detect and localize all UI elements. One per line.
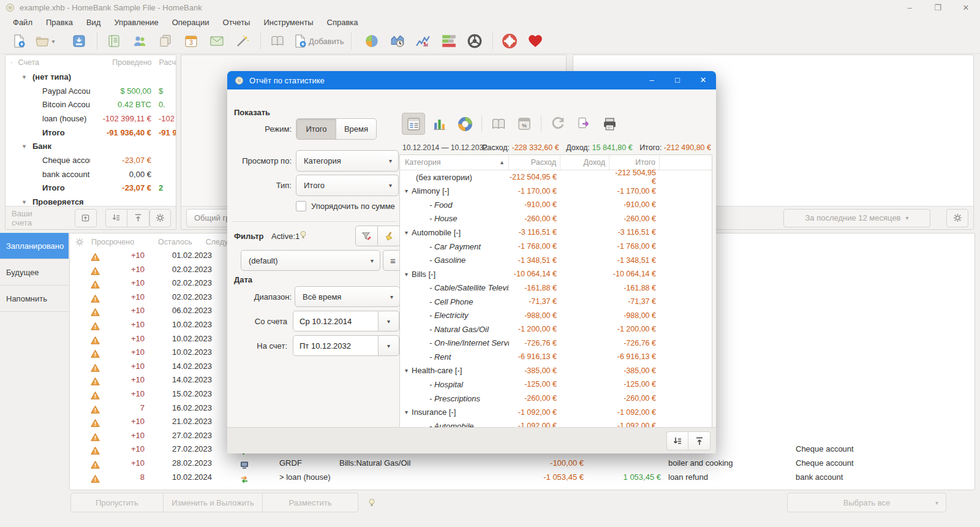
from-date-dropdown-button[interactable]: ▾ bbox=[379, 311, 399, 332]
view-by-select[interactable]: Категория ▾ bbox=[296, 150, 399, 172]
scheduled-row[interactable]: 810.02.2024> loan (house)-1 053,45 €1 05… bbox=[70, 472, 974, 487]
dialog-minimize-button[interactable]: – bbox=[639, 71, 665, 89]
scheduled-row[interactable]: +1028.02.2023GRDFBills:Natural Gas/Oil-1… bbox=[70, 458, 974, 472]
tab-Будущее[interactable]: Будущее bbox=[0, 259, 69, 286]
report-row[interactable]: ▾Bills [-]-10 064,14 €-10 064,14 € bbox=[400, 267, 712, 281]
tab-Напомнить[interactable]: Напомнить bbox=[0, 286, 69, 312]
budget-report-button[interactable] bbox=[439, 31, 459, 51]
account-group-row[interactable]: ▾Банк bbox=[6, 139, 176, 153]
edit-filter-button[interactable] bbox=[355, 226, 378, 246]
budget-button[interactable] bbox=[206, 31, 227, 51]
export-button[interactable] bbox=[572, 113, 595, 135]
accounts-column-reconciled[interactable]: Расч bbox=[159, 58, 176, 67]
date-range-select[interactable]: Всё время ▾ bbox=[295, 286, 400, 307]
report-row[interactable]: - Natural Gas/Oil-1 200,00 €-1 200,00 € bbox=[400, 322, 712, 336]
save-button[interactable] bbox=[69, 31, 89, 51]
report-row[interactable]: - Hospital-125,00 €-125,00 € bbox=[400, 377, 712, 392]
report-row[interactable]: - Gasoline-1 348,51 €-1 348,51 € bbox=[400, 253, 712, 267]
menu-item-6[interactable]: Инструменты bbox=[257, 18, 320, 27]
accounts-column-cleared[interactable]: Проведено bbox=[104, 58, 152, 67]
report-collapse-all-button[interactable] bbox=[688, 431, 710, 450]
menu-item-2[interactable]: Вид bbox=[80, 18, 108, 27]
report-row[interactable]: - Cable/Satellite Television-161,88 €-16… bbox=[400, 281, 712, 295]
skip-button[interactable]: Пропустить bbox=[70, 493, 164, 512]
report-column-total[interactable]: Итого bbox=[609, 155, 660, 170]
scheduled-button[interactable] bbox=[181, 31, 202, 51]
show-transactions-button[interactable] bbox=[267, 31, 288, 51]
report-column-income[interactable]: Доход bbox=[560, 155, 609, 170]
refresh-button[interactable] bbox=[546, 113, 570, 135]
report-row[interactable]: ▾Alimony [-]-1 170,00 €-1 170,00 € bbox=[400, 184, 712, 199]
list-view-button[interactable] bbox=[402, 113, 425, 135]
to-date-dropdown-button[interactable]: ▾ bbox=[379, 335, 399, 356]
menu-item-1[interactable]: Правка bbox=[39, 18, 80, 27]
report-row[interactable]: - On-line/Internet Service-726,76 €-726,… bbox=[400, 336, 712, 351]
donut-chart-view-button[interactable] bbox=[453, 113, 477, 135]
scheduled-column-remaining[interactable]: Осталось bbox=[158, 238, 192, 246]
menu-item-5[interactable]: Отчеты bbox=[216, 18, 257, 27]
account-row[interactable]: Cheque account-23,07 € bbox=[6, 153, 176, 167]
edit-post-button[interactable]: Изменить и Выложить bbox=[164, 493, 263, 512]
balance-report-button[interactable] bbox=[413, 31, 434, 51]
mode-total-option[interactable]: Итого bbox=[296, 119, 336, 139]
report-row[interactable]: (без категории)-212 504,95 €-212 504,95 … bbox=[400, 170, 712, 184]
dialog-titlebar[interactable]: Отчёт по статистике – □ ✕ bbox=[227, 71, 716, 89]
close-button[interactable]: ✕ bbox=[952, 0, 980, 15]
spending-range-select[interactable]: За последние 12 месяцев ▾ bbox=[783, 209, 930, 227]
report-row[interactable]: ▾Insurance [-]-1 092,00 €-1 092,00 € bbox=[400, 405, 712, 419]
report-row[interactable]: - Rent-6 916,13 €-6 916,13 € bbox=[400, 350, 712, 364]
report-column-category[interactable]: Категория▲ bbox=[400, 155, 509, 170]
dialog-maximize-button[interactable]: □ bbox=[665, 71, 690, 89]
filter-preset-select[interactable]: (default) ▾ bbox=[241, 250, 380, 271]
spending-settings-button[interactable] bbox=[946, 209, 968, 227]
select-all-dropdown[interactable]: Выбрать все ▾ bbox=[787, 493, 946, 512]
statistics-report-button[interactable] bbox=[361, 31, 382, 51]
accounts-settings-button[interactable] bbox=[149, 209, 171, 227]
clear-filter-button[interactable] bbox=[378, 226, 401, 246]
trend-time-report-button[interactable] bbox=[387, 31, 408, 51]
gear-icon[interactable] bbox=[10, 58, 13, 67]
report-expand-all-button[interactable] bbox=[666, 431, 688, 450]
vehicle-cost-button[interactable] bbox=[464, 31, 485, 51]
payees-button[interactable] bbox=[129, 31, 150, 51]
menu-item-0[interactable]: Файл bbox=[6, 18, 39, 27]
type-select[interactable]: Итого ▾ bbox=[296, 175, 399, 196]
account-row[interactable]: Итого-91 936,40 €-91 93 bbox=[6, 126, 176, 140]
account-group-row[interactable]: ▾(нет типа) bbox=[6, 70, 176, 84]
restore-button[interactable]: ❐ bbox=[924, 0, 952, 15]
report-row[interactable]: ▾Health-care [-]-385,00 €-385,00 € bbox=[400, 364, 712, 378]
print-button[interactable] bbox=[598, 113, 621, 135]
report-row[interactable]: ▾Automobile [-]-3 116,51 €-3 116,51 € bbox=[400, 226, 712, 240]
post-button[interactable]: Разместить bbox=[263, 493, 358, 512]
add-transaction-button[interactable]: Добавить bbox=[293, 31, 344, 51]
account-row[interactable]: bank account0,00 € bbox=[6, 167, 176, 181]
menu-item-3[interactable]: Управление bbox=[107, 18, 165, 27]
tab-Запланировано[interactable]: Запланировано bbox=[0, 233, 69, 259]
report-row[interactable]: - Cell Phone-71,37 €-71,37 € bbox=[400, 295, 712, 309]
new-file-button[interactable] bbox=[9, 31, 29, 51]
account-row[interactable]: Bitcoin Account0.42 BTC0. bbox=[6, 98, 176, 112]
dialog-close-button[interactable]: ✕ bbox=[690, 71, 716, 89]
mode-time-option[interactable]: Время bbox=[336, 119, 376, 139]
like-button[interactable] bbox=[525, 31, 546, 51]
account-row[interactable]: Итого-23,07 €2 bbox=[6, 181, 176, 195]
report-row[interactable]: - Prescriptions-260,00 €-260,00 € bbox=[400, 392, 712, 406]
collapse-all-button[interactable] bbox=[127, 209, 149, 227]
gear-icon[interactable] bbox=[75, 238, 84, 246]
detail-button[interactable] bbox=[487, 113, 510, 135]
report-row[interactable]: - Car Payment-1 768,00 €-1 768,00 € bbox=[400, 240, 712, 254]
account-row[interactable]: Paypal Account$ 500,00$ bbox=[6, 84, 176, 98]
open-file-button[interactable]: ▾ bbox=[34, 31, 55, 51]
categories-button[interactable] bbox=[155, 31, 176, 51]
report-column-expense[interactable]: Расход bbox=[509, 155, 560, 170]
assignments-button[interactable] bbox=[232, 31, 253, 51]
accounts-button[interactable] bbox=[104, 31, 124, 51]
from-date-input[interactable] bbox=[293, 311, 379, 332]
rate-button[interactable] bbox=[513, 113, 536, 135]
account-export-button[interactable] bbox=[75, 209, 96, 227]
accounts-column-name[interactable]: Счета bbox=[18, 58, 104, 67]
menu-item-7[interactable]: Справка bbox=[320, 18, 365, 27]
menu-item-4[interactable]: Операции bbox=[165, 18, 216, 27]
order-by-amount-checkbox[interactable] bbox=[296, 201, 306, 211]
bar-chart-view-button[interactable] bbox=[428, 113, 451, 135]
